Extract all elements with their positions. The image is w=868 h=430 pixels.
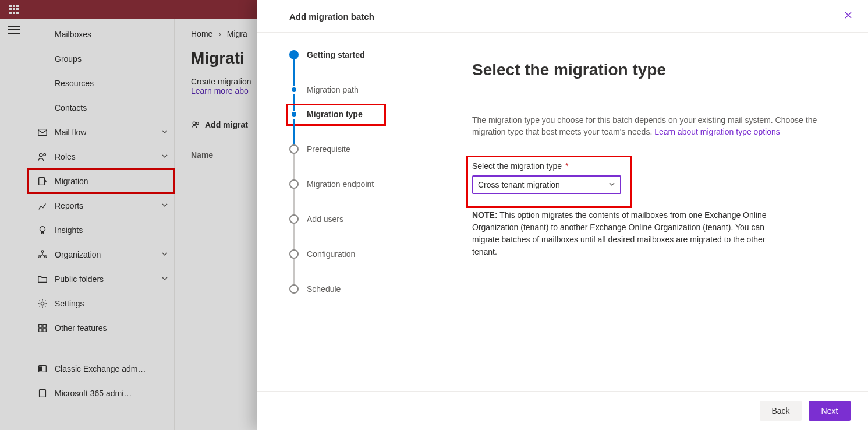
svg-point-11	[44, 154, 46, 156]
back-button[interactable]: Back	[760, 401, 802, 421]
sidebar-item-resources[interactable]: Resources	[28, 71, 174, 96]
sidebar-item-groups[interactable]: Groups	[28, 47, 174, 71]
sidebar-item-insights[interactable]: Insights	[28, 218, 174, 242]
close-icon	[844, 10, 853, 20]
step-label: Configuration	[307, 249, 355, 259]
step-marker-icon	[289, 284, 299, 294]
step-schedule[interactable]: Schedule	[289, 284, 425, 294]
left-rail	[0, 19, 28, 430]
sidebar-item-contacts[interactable]: Contacts	[28, 96, 174, 120]
sidebar-item-label: Public folders	[55, 274, 104, 284]
sidebar-item-label: Roles	[55, 152, 76, 161]
svg-rect-6	[9, 12, 12, 14]
next-button[interactable]: Next	[809, 401, 851, 421]
step-label: Getting started	[307, 50, 365, 59]
sidebar: Mailboxes Groups Resources Contacts Mail…	[28, 19, 175, 430]
step-marker-icon	[289, 179, 299, 189]
svg-point-25	[193, 122, 196, 125]
migration-type-select[interactable]: Cross tenant migration	[472, 175, 621, 194]
svg-rect-2	[16, 5, 19, 7]
svg-rect-1	[13, 5, 15, 7]
roles-icon	[36, 151, 49, 162]
step-migration-endpoint[interactable]: Migration endpoint	[289, 179, 425, 214]
svg-point-17	[41, 302, 44, 305]
app-launcher-icon[interactable]	[5, 0, 23, 19]
sidebar-item-mailboxes[interactable]: Mailboxes	[28, 22, 174, 47]
sidebar-item-migration[interactable]: Migration	[28, 169, 174, 193]
svg-rect-18	[39, 325, 42, 327]
step-prerequisite[interactable]: Prerequisite	[289, 144, 425, 179]
sidebar-item-classic-exchange[interactable]: Classic Exchange adm…	[28, 357, 174, 381]
svg-rect-8	[16, 12, 19, 14]
svg-rect-12	[39, 178, 45, 185]
step-marker-icon	[289, 249, 299, 259]
migration-type-field: Select the migration type * Cross tenant…	[472, 161, 621, 194]
sidebar-item-label: Migration	[55, 177, 88, 186]
sidebar-item-publicfolders[interactable]: Public folders	[28, 267, 174, 291]
sidebar-item-reports[interactable]: Reports	[28, 193, 174, 218]
flyout-panel: Add migration batch Getting started Migr…	[257, 0, 868, 430]
flyout-body: Getting started Migration path Migration…	[257, 33, 868, 391]
svg-point-26	[196, 122, 199, 125]
step-label: Migration path	[307, 85, 359, 94]
sidebar-item-label: Reports	[55, 201, 83, 210]
chevron-down-icon	[161, 250, 168, 259]
flyout-footer: Back Next	[257, 391, 868, 430]
svg-rect-24	[40, 390, 46, 397]
step-migration-path[interactable]: Migration path	[289, 85, 425, 110]
svg-rect-23	[38, 366, 42, 371]
sidebar-item-settings[interactable]: Settings	[28, 291, 174, 316]
sidebar-item-show-pinned[interactable]: ··· Show pinned	[28, 422, 174, 430]
m365-icon	[36, 388, 49, 399]
learn-about-migration-type-link[interactable]: Learn about migration type options	[654, 127, 780, 136]
exchange-icon	[36, 364, 49, 374]
add-users-icon	[191, 120, 200, 129]
note-label: NOTE:	[472, 210, 498, 220]
sidebar-item-label: Resources	[55, 79, 94, 88]
sidebar-item-label: Groups	[55, 54, 82, 64]
sidebar-item-label: Microsoft 365 admi…	[55, 389, 132, 398]
step-label: Migration endpoint	[307, 179, 374, 189]
flyout-title: Add migration batch	[289, 12, 374, 22]
svg-rect-9	[38, 129, 47, 136]
chevron-down-icon	[161, 274, 168, 284]
close-button[interactable]	[841, 8, 855, 25]
step-marker-icon	[292, 112, 296, 117]
learn-more-link[interactable]: Learn more abo	[191, 86, 249, 96]
sidebar-item-otherfeatures[interactable]: Other features	[28, 316, 174, 340]
svg-rect-0	[9, 5, 12, 7]
breadcrumb-current: Migra	[227, 29, 247, 38]
sidebar-item-organization[interactable]: Organization	[28, 242, 174, 267]
sidebar-item-roles[interactable]: Roles	[28, 144, 174, 169]
step-label: Migration type	[307, 110, 363, 119]
svg-rect-21	[43, 329, 46, 332]
chevron-down-icon	[161, 201, 168, 210]
migration-icon	[36, 176, 49, 186]
organization-icon	[36, 249, 49, 260]
step-marker-icon	[289, 144, 299, 154]
sidebar-item-label: Mail flow	[55, 128, 86, 137]
sidebar-item-mailflow[interactable]: Mail flow	[28, 120, 174, 144]
sidebar-item-label: Mailboxes	[55, 30, 91, 39]
sidebar-item-label: Other features	[55, 323, 107, 333]
step-add-users[interactable]: Add users	[289, 214, 425, 249]
required-indicator: *	[563, 161, 568, 171]
step-marker-icon	[289, 214, 299, 224]
svg-rect-7	[13, 12, 15, 14]
svg-point-10	[40, 154, 42, 157]
step-getting-started[interactable]: Getting started	[289, 50, 425, 85]
hamburger-icon[interactable]	[8, 26, 20, 34]
sidebar-item-label: Organization	[55, 250, 101, 259]
step-configuration[interactable]: Configuration	[289, 249, 425, 284]
step-label: Prerequisite	[307, 144, 350, 154]
breadcrumb-home[interactable]: Home	[191, 29, 212, 38]
breadcrumb-separator: ›	[218, 29, 221, 38]
sidebar-item-label: Insights	[55, 225, 83, 235]
sidebar-item-label: Contacts	[55, 103, 87, 112]
flyout-header: Add migration batch	[257, 0, 868, 33]
svg-point-13	[40, 227, 45, 232]
sidebar-item-m365-admin[interactable]: Microsoft 365 admi…	[28, 381, 174, 406]
add-migration-label: Add migrat	[205, 120, 248, 129]
field-label: Select the migration type *	[472, 161, 621, 171]
step-migration-type[interactable]: Migration type	[289, 110, 425, 144]
